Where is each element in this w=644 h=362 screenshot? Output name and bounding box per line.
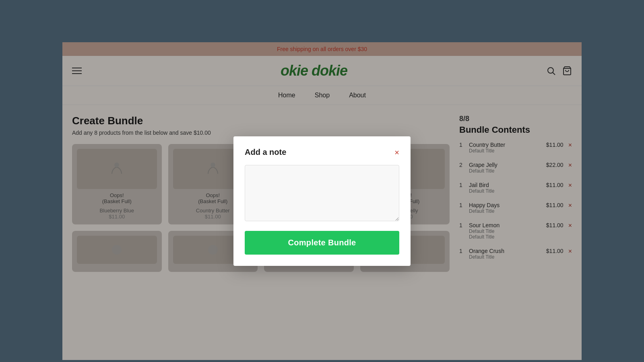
browser-window: Free shipping on all orders over $30 oki… (62, 42, 582, 360)
modal-overlay: Add a note × Complete Bundle (62, 42, 582, 360)
modal-close-button[interactable]: × (394, 148, 399, 156)
modal-header: Add a note × (245, 148, 399, 157)
complete-bundle-button[interactable]: Complete Bundle (245, 231, 399, 255)
add-note-modal: Add a note × Complete Bundle (233, 136, 411, 266)
note-textarea[interactable] (245, 165, 399, 221)
modal-title: Add a note (245, 148, 286, 157)
